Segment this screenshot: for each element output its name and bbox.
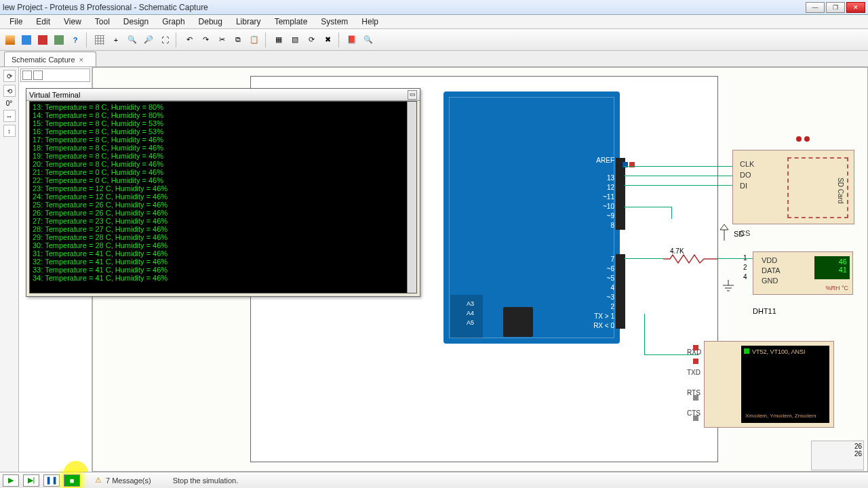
sim-stop-button[interactable]: ■ (64, 474, 80, 487)
toggle-grid-icon[interactable] (92, 33, 107, 47)
menu-view[interactable]: View (57, 16, 88, 28)
menu-bar: FileEditViewToolDesignGraphDebugLibraryT… (0, 15, 868, 29)
help-icon[interactable]: ? (68, 33, 83, 47)
arduino-pin-8: 8 (610, 222, 614, 229)
sd-led-2 (804, 136, 810, 142)
rotate-ccw-icon[interactable]: ⟲ (3, 85, 16, 97)
block-copy-icon[interactable]: ▦ (271, 33, 286, 47)
arduino-pin-A3: A3 (467, 300, 474, 307)
analog-header: A3A4A5 (450, 295, 483, 338)
window-title: lew Project - Proteus 8 Professional - S… (3, 3, 208, 12)
status-hint: Stop the simulation. (173, 476, 239, 485)
terminal-line: 16: Temperature = 8 C, Humidity = 53% (33, 127, 414, 136)
terminal-line: 20: Temperature = 8 C, Humidity = 46% (33, 160, 414, 168)
mirror-v-icon[interactable]: ↕ (3, 125, 16, 137)
mcu-chip (503, 307, 533, 337)
power-symbol (717, 224, 731, 241)
menu-graph[interactable]: Graph (155, 16, 191, 28)
snap-icon[interactable]: + (108, 33, 123, 47)
maximize-button[interactable]: ❐ (826, 2, 845, 13)
minimize-button[interactable]: — (806, 2, 825, 13)
terminal-line: 17: Temperature = 8 C, Humidity = 46% (33, 136, 414, 144)
menu-edit[interactable]: Edit (29, 16, 57, 28)
mirror-h-icon[interactable]: ↔ (3, 110, 16, 122)
block-delete-icon[interactable]: ✖ (320, 33, 335, 47)
terminal-line: 30: Temperature = 28 C, Humidity = 46% (33, 241, 414, 249)
sim-step-button[interactable]: ▶| (23, 474, 39, 487)
virtual-terminal-window[interactable]: Virtual Terminal ▭ 13: Temperature = 8 C… (26, 88, 420, 297)
messages-count[interactable]: 7 Message(s) (106, 476, 151, 485)
sd-card-module[interactable]: SD Card CLKDODICS (732, 150, 854, 224)
sd-pin-di: DI (740, 182, 747, 190)
source-icon[interactable] (52, 33, 66, 47)
dht-pin-data: DATA (762, 266, 781, 274)
menu-system[interactable]: System (314, 16, 355, 28)
virtual-terminal-component[interactable]: VT52, VT100, ANSI Xmodem, Ymodem, Zmodem… (704, 341, 834, 428)
dht-pin-num-1: 1 (743, 254, 747, 262)
window-title-bar: lew Project - Proteus 8 Professional - S… (0, 0, 868, 15)
vt-window-title: Virtual Terminal (29, 91, 80, 99)
vt-output[interactable]: 13: Temperature = 8 C, Humidity = 80%14:… (29, 101, 417, 293)
redo-icon[interactable]: ↷ (198, 33, 213, 47)
terminal-line: 26: Temperature = 26 C, Humidity = 46% (33, 209, 414, 217)
close-button[interactable]: ✕ (846, 2, 865, 13)
menu-design[interactable]: Design (117, 16, 155, 28)
copy-icon[interactable]: ⧉ (231, 33, 245, 47)
terminal-line: 14: Temperature = 8 C, Humidity = 80% (33, 111, 414, 119)
pin-aref: AREF (596, 157, 614, 164)
pcb-icon[interactable] (35, 33, 50, 47)
menu-template[interactable]: Template (268, 16, 315, 28)
menu-debug[interactable]: Debug (192, 16, 229, 28)
sd-pin-do: DO (740, 171, 751, 179)
zoom-fit-icon[interactable]: ⛶ (157, 33, 172, 47)
arduino-pin-3: ~3 (607, 293, 614, 301)
terminal-led-icon (744, 348, 749, 354)
terminal-line: 13: Temperature = 8 C, Humidity = 80% (33, 103, 414, 111)
sim-pause-button[interactable]: ❚❚ (43, 474, 60, 487)
menu-help[interactable]: Help (355, 16, 385, 28)
arduino-board[interactable]: AREF 1312~11~10~98 7~6~54~32TX > 1RX < 0… (443, 92, 620, 344)
terminal-line: 23: Temperature = 12 C, Humidity = 46% (33, 184, 414, 192)
paste-icon[interactable]: 📋 (247, 33, 262, 47)
terminal-line: 31: Temperature = 41 C, Humidity = 46% (33, 249, 414, 258)
panel-tool-1[interactable] (22, 70, 32, 80)
terminal-line: 22: Temperature = 0 C, Humidity = 46% (33, 176, 414, 184)
menu-file[interactable]: File (3, 16, 29, 28)
panel-tool-2[interactable] (33, 70, 43, 80)
resistor-symbol (663, 254, 717, 264)
block-move-icon[interactable]: ▧ (288, 33, 302, 47)
dht-pin-vdd: VDD (762, 256, 777, 264)
arduino-pin-12: 12 (607, 184, 614, 191)
cut-icon[interactable]: ✂ (214, 33, 229, 47)
zoom-in-icon[interactable]: 🔍 (125, 33, 140, 47)
arduino-pin-TX1: TX > 1 (594, 312, 614, 320)
rotation-label: 0° (6, 100, 13, 107)
status-bar: ▶ ▶| ❚❚ ■ ⚠ 7 Message(s) Stop the simula… (0, 472, 868, 488)
arduino-pin-2: 2 (610, 303, 614, 310)
dht11-module[interactable]: VDDDATAGND 46 41 %RH °C (753, 251, 853, 295)
sd-chip-label: SD Card (837, 178, 844, 203)
dht-display: 46 41 (814, 256, 850, 279)
arduino-pin-10: ~10 (603, 203, 614, 210)
vterm-line1: VT52, VT100, ANSI (752, 348, 806, 355)
block-rotate-icon[interactable]: ⟳ (304, 33, 319, 47)
arduino-pin-5: ~5 (607, 274, 614, 282)
menu-library[interactable]: Library (229, 16, 268, 28)
sim-play-button[interactable]: ▶ (3, 474, 19, 487)
library-icon[interactable]: 📕 (344, 33, 359, 47)
zoom-out-icon[interactable]: 🔎 (141, 33, 156, 47)
arduino-pin-A4: A4 (467, 310, 474, 317)
rotate-cw-icon[interactable]: ⟳ (3, 70, 16, 82)
tab-close-icon[interactable]: × (79, 56, 83, 64)
schematic-icon[interactable] (19, 33, 34, 47)
home-icon[interactable] (3, 33, 18, 47)
dht-pin-gnd: GND (762, 277, 778, 285)
left-toolbox: ⟳ ⟲ 0° ↔ ↕ (0, 67, 19, 472)
sd-label: SD (734, 230, 744, 238)
tab-schematic-capture[interactable]: Schematic Capture × (4, 52, 96, 66)
vt-scrollbar[interactable] (407, 102, 416, 293)
find-icon[interactable]: 🔍 (361, 33, 376, 47)
undo-icon[interactable]: ↶ (182, 33, 197, 47)
menu-tool[interactable]: Tool (88, 16, 117, 28)
vt-window-close-icon[interactable]: ▭ (408, 90, 417, 100)
